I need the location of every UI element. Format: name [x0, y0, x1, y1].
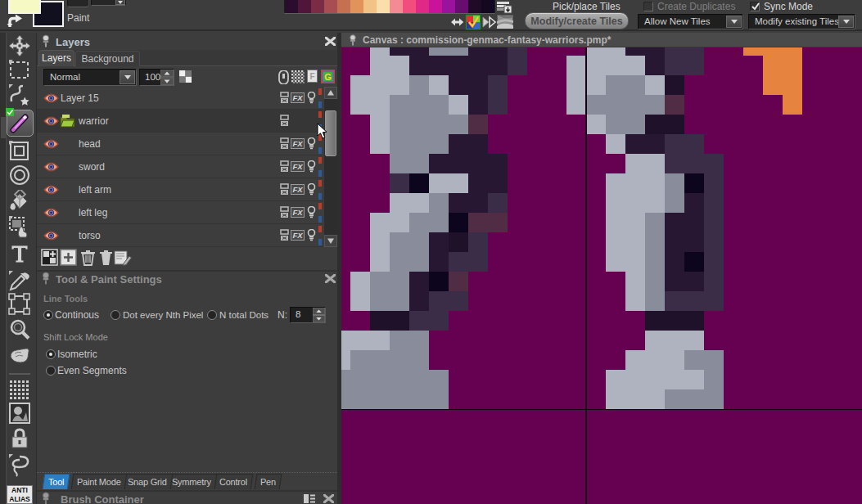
- svg-text:G: G: [324, 72, 332, 82]
